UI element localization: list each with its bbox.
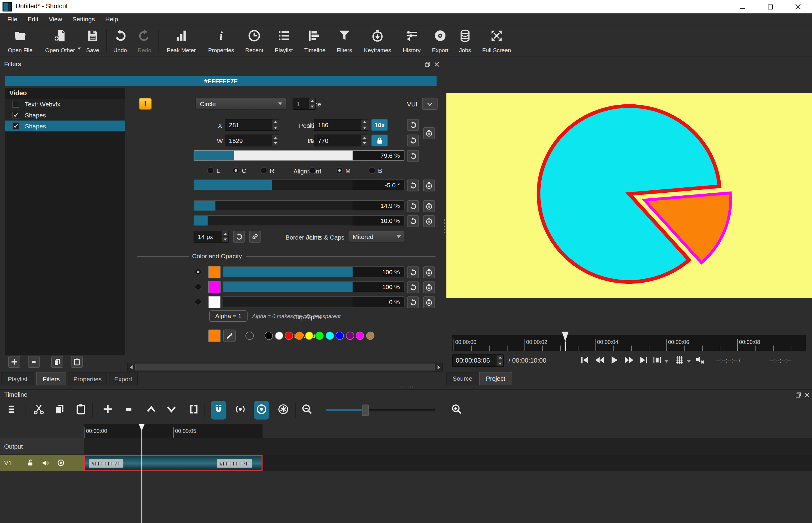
fast-forward-button[interactable] <box>623 355 635 367</box>
panel-splitter-handle[interactable] <box>444 222 445 224</box>
clip-alpha-button[interactable]: Alpha = 1 <box>209 310 247 322</box>
border-width-spinner[interactable]: 14 px <box>194 231 229 242</box>
menu-help[interactable]: Help <box>100 13 123 24</box>
remove-filter-button[interactable] <box>28 356 40 368</box>
filter-list-item[interactable]: Shapes <box>5 110 125 121</box>
filters-button[interactable]: Filters <box>331 27 358 55</box>
minimize-button[interactable] <box>731 0 755 13</box>
open-file-button[interactable]: Open File <box>1 27 40 55</box>
playlist-button[interactable]: Playlist <box>269 27 299 55</box>
split-button[interactable] <box>187 403 200 417</box>
color-swatch[interactable] <box>208 266 221 278</box>
v1-track-head[interactable]: V1 <box>0 455 84 471</box>
spin-arrows[interactable] <box>309 98 315 109</box>
dropdown-caret-icon[interactable] <box>664 360 669 363</box>
rewind-button[interactable] <box>593 355 606 367</box>
lift-button[interactable] <box>144 403 158 417</box>
tab-source[interactable]: Source <box>446 372 479 385</box>
dock-splitter-handle[interactable] <box>401 386 402 387</box>
menu-view[interactable]: View <box>44 13 67 24</box>
keyframes-button[interactable]: Keyframes <box>357 27 398 55</box>
overwrite-button[interactable] <box>165 403 178 417</box>
palette-color-swatch[interactable] <box>356 331 364 340</box>
cut-button[interactable] <box>32 403 46 417</box>
ripple-button[interactable] <box>255 403 268 417</box>
panel-splitter-handle[interactable] <box>444 219 445 221</box>
keyframes-toggle-button[interactable] <box>423 296 435 308</box>
tab-playlist[interactable]: Playlist <box>1 372 34 385</box>
filter-list-item[interactable]: Text: Webvfx <box>5 99 125 110</box>
zoom-out-button[interactable] <box>300 403 314 417</box>
shape-select[interactable]: Circle <box>195 98 287 110</box>
tab-project[interactable]: Project <box>479 372 512 385</box>
play-button[interactable] <box>608 355 621 367</box>
filter-checkbox[interactable] <box>13 123 19 130</box>
alignment-radio-l[interactable] <box>207 167 214 174</box>
copy-filters-button[interactable] <box>51 356 63 368</box>
properties-button[interactable]: iProperties <box>200 27 242 55</box>
alignment-radio-b[interactable] <box>368 167 376 174</box>
panel-splitter-handle[interactable] <box>444 232 445 233</box>
scrub-while-dragging-button[interactable] <box>234 403 247 417</box>
arc-slider[interactable]: 14.9 % <box>194 200 404 211</box>
rotation-reset-button[interactable] <box>407 179 419 191</box>
filter-checkbox[interactable] <box>13 112 19 119</box>
position-x-spinner[interactable]: 281 <box>225 119 279 131</box>
add-filter-button[interactable] <box>8 356 20 368</box>
timeline-float-button[interactable] <box>794 392 802 399</box>
peak-meter-button[interactable]: Peak Meter <box>158 27 204 55</box>
mute-button[interactable] <box>694 355 706 367</box>
spin-arrows[interactable] <box>272 135 279 146</box>
scale-reset-button[interactable] <box>407 150 419 162</box>
player-playhead[interactable] <box>561 331 569 351</box>
dock-splitter-handle[interactable] <box>405 386 406 387</box>
spin-arrows[interactable] <box>272 120 279 130</box>
outline-reset-button[interactable] <box>407 215 419 227</box>
palette-color-swatch[interactable] <box>275 331 283 340</box>
copy-button[interactable] <box>53 403 66 417</box>
opacity-reset-button[interactable] <box>407 267 419 278</box>
dock-splitter-handle[interactable] <box>403 386 404 387</box>
tab-export[interactable]: Export <box>109 372 138 385</box>
menu-edit[interactable]: Edit <box>22 13 44 24</box>
alignment-radio-t[interactable] <box>309 167 316 174</box>
dropdown-caret-icon[interactable] <box>687 360 691 363</box>
append-button[interactable] <box>101 403 114 417</box>
palette-color-swatch[interactable] <box>336 331 344 340</box>
joints-caps-select[interactable]: Mitered <box>348 231 405 242</box>
keyframes-toggle-button[interactable] <box>423 179 435 191</box>
current-time-spinner[interactable]: 00:00:03:06 <box>452 354 504 367</box>
panel-splitter-handle[interactable] <box>444 226 445 227</box>
undo-button[interactable]: Undo <box>106 27 134 55</box>
arc-reset-button[interactable] <box>407 200 419 212</box>
timeline-zoom-handle[interactable] <box>362 405 369 416</box>
palette-color-swatch[interactable] <box>346 331 354 340</box>
skip-to-end-button[interactable] <box>638 355 650 367</box>
palette-color-swatch[interactable] <box>265 331 273 340</box>
color-swatch[interactable] <box>208 281 221 293</box>
ripple-all-tracks-button[interactable] <box>277 403 290 417</box>
filters-close-button[interactable] <box>433 61 441 69</box>
alignment-radio-c[interactable] <box>232 167 239 174</box>
color-row-radio[interactable] <box>195 299 202 305</box>
panel-splitter-handle[interactable] <box>444 229 445 230</box>
filters-float-button[interactable] <box>424 61 431 69</box>
alignment-radio-m[interactable] <box>336 167 343 174</box>
keyframes-toggle-button[interactable] <box>423 267 435 278</box>
opacity-reset-button[interactable] <box>407 281 419 293</box>
player-scrubber[interactable]: 00:00:0000:00:0200:00:0400:00:0600:00:08 <box>452 335 806 351</box>
palette-color-swatch[interactable] <box>295 331 303 340</box>
size-reset-button[interactable] <box>407 134 419 146</box>
color-row-radio[interactable] <box>195 284 202 290</box>
scroll-left-arrow[interactable] <box>128 363 135 371</box>
output-track-head[interactable]: Output <box>0 438 84 455</box>
size-h-spinner[interactable]: 770 <box>314 134 368 146</box>
keyframes-toggle-button[interactable] <box>423 281 435 293</box>
paste-button[interactable] <box>74 403 88 417</box>
timeline-clip[interactable]: #FFFFFF7F#FFFFFF7F <box>84 455 263 471</box>
menu-file[interactable]: File <box>2 13 22 24</box>
tab-filters[interactable]: Filters <box>36 372 66 385</box>
keyframes-toggle-button[interactable] <box>423 200 435 212</box>
dock-splitter-handle[interactable] <box>412 386 413 387</box>
border-reset-button[interactable] <box>233 231 245 242</box>
